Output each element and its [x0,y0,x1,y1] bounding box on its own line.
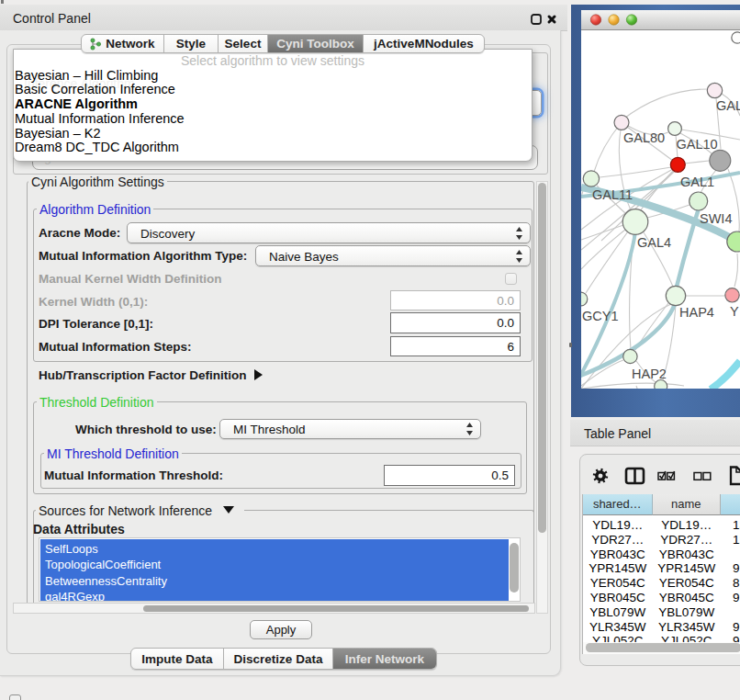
svg-text:Y: Y [730,304,739,319]
svg-text:GAL2: GAL2 [716,98,740,113]
svg-text:HAP2: HAP2 [632,367,667,381]
svg-text:HAP4: HAP4 [679,305,714,320]
svg-text:SWI4: SWI4 [700,211,732,226]
svg-text:GCY1: GCY1 [582,309,619,323]
svg-text:GAL1: GAL1 [680,175,714,189]
svg-text:GAL4: GAL4 [637,235,671,250]
svg-text:GAL11: GAL11 [592,187,633,202]
svg-text:GAL80: GAL80 [623,130,665,145]
svg-text:GAL10: GAL10 [677,137,718,152]
